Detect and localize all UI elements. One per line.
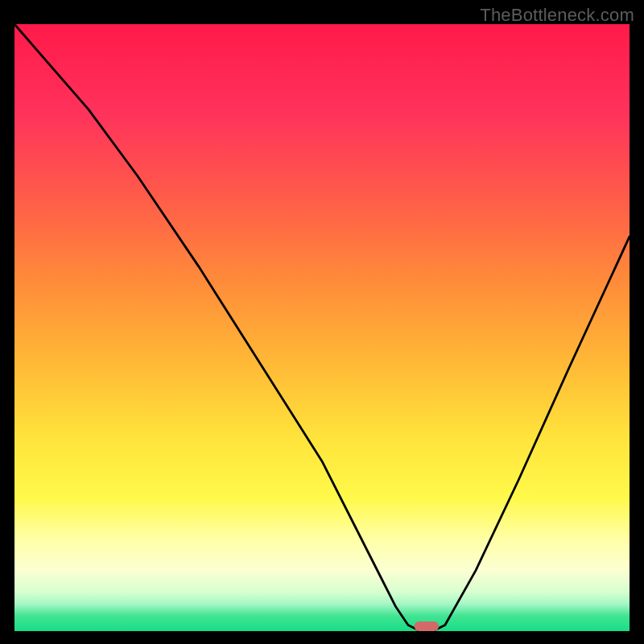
bottleneck-chart [14, 24, 630, 631]
optimal-marker [415, 621, 440, 631]
watermark-text: TheBottleneck.com [480, 5, 634, 26]
gradient-background [14, 24, 630, 631]
